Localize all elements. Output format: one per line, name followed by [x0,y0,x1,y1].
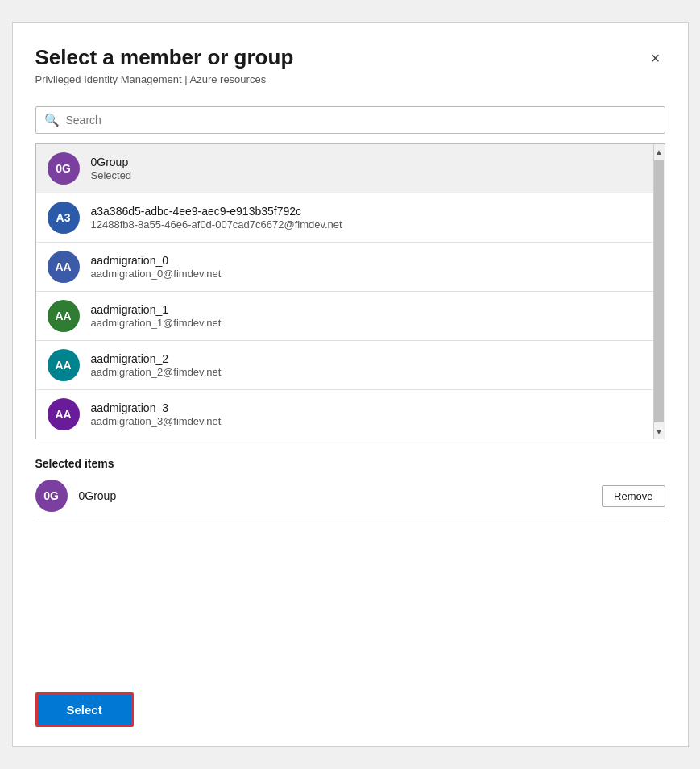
avatar: AA [48,300,80,332]
avatar: 0G [35,480,68,512]
avatar: AA [48,398,80,430]
item-sub: Selected [91,169,132,181]
footer: Select [35,673,665,727]
item-text: aadmigration_3 aadmigration_3@fimdev.net [91,401,222,427]
item-name: a3a386d5-adbc-4ee9-aec9-e913b35f792c [91,205,342,218]
avatar: 0G [48,152,80,185]
list-item[interactable]: 0G 0Group Selected [36,144,653,193]
close-button[interactable]: × [646,48,665,68]
search-box: 🔍 [35,106,665,134]
scroll-up-arrow[interactable]: ▲ [653,144,665,159]
selected-section-title: Selected items [35,457,665,470]
search-area: 🔍 [35,106,665,134]
dialog-title: Select a member or group [35,45,294,70]
avatar: AA [48,349,80,381]
member-list: 0G 0Group Selected A3 a3a386d5-adbc-4ee9… [35,143,665,439]
item-name: aadmigration_2 [91,352,222,365]
item-text: a3a386d5-adbc-4ee9-aec9-e913b35f792c 124… [91,205,342,231]
item-sub: aadmigration_1@fimdev.net [91,317,222,329]
item-name: 0Group [91,156,132,168]
list-item[interactable]: AA aadmigration_0 aadmigration_0@fimdev.… [36,243,653,292]
scroll-down-arrow[interactable]: ▼ [653,424,665,439]
dialog-title-area: Select a member or group Privileged Iden… [35,45,294,85]
selected-item-name: 0Group [79,489,603,502]
selected-items-list: 0G 0Group Remove [35,480,665,522]
search-icon: 🔍 [44,113,60,127]
item-name: aadmigration_3 [91,401,222,414]
list-item[interactable]: A3 a3a386d5-adbc-4ee9-aec9-e913b35f792c … [36,193,653,243]
dialog: Select a member or group Privileged Iden… [12,22,689,747]
list-item[interactable]: AA aadmigration_1 aadmigration_1@fimdev.… [36,292,653,341]
remove-button[interactable]: Remove [602,485,665,507]
item-text: aadmigration_2 aadmigration_2@fimdev.net [91,352,222,378]
avatar: AA [48,251,80,283]
selected-entry: 0G 0Group Remove [35,480,665,522]
selected-section: Selected items 0G 0Group Remove [35,457,665,522]
item-text: 0Group Selected [91,156,132,181]
list-item[interactable]: AA aadmigration_3 aadmigration_3@fimdev.… [36,390,653,439]
item-sub: aadmigration_2@fimdev.net [91,366,222,378]
scrollbar[interactable]: ▲ ▼ [653,144,665,439]
list-item[interactable]: AA aadmigration_2 aadmigration_2@fimdev.… [36,341,653,390]
item-sub: aadmigration_0@fimdev.net [91,268,222,280]
item-text: aadmigration_0 aadmigration_0@fimdev.net [91,254,222,280]
scroll-thumb[interactable] [654,160,664,422]
avatar: A3 [48,202,80,234]
item-sub: 12488fb8-8a55-46e6-af0d-007cad7c6672@fim… [91,218,342,231]
item-name: aadmigration_0 [91,254,222,267]
select-button[interactable]: Select [35,692,134,727]
dialog-header: Select a member or group Privileged Iden… [35,45,665,85]
item-text: aadmigration_1 aadmigration_1@fimdev.net [91,303,222,329]
item-name: aadmigration_1 [91,303,222,316]
list-items-wrap: 0G 0Group Selected A3 a3a386d5-adbc-4ee9… [36,144,665,439]
dialog-subtitle: Privileged Identity Management | Azure r… [35,73,294,85]
item-sub: aadmigration_3@fimdev.net [91,415,222,427]
search-input[interactable] [66,114,657,127]
